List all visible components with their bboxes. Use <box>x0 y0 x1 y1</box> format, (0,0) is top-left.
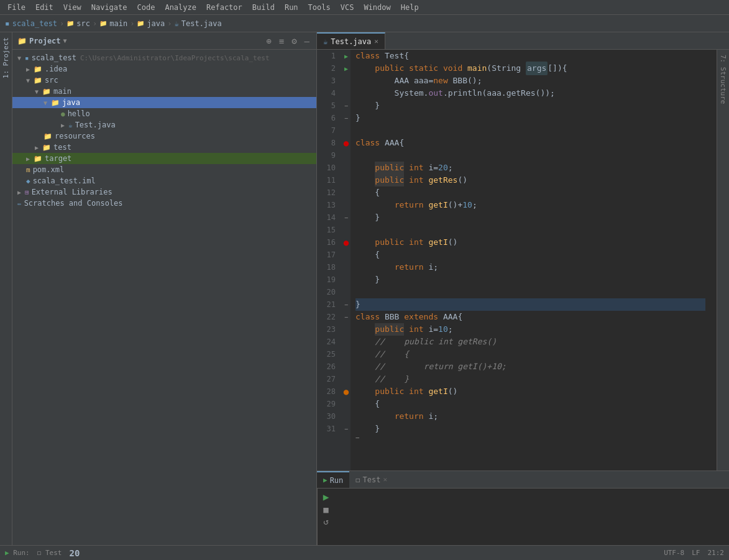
close-sidebar-btn[interactable]: — <box>303 35 311 47</box>
tree-item-test[interactable]: ▶ 📁 test <box>12 142 316 153</box>
tree-item-pom[interactable]: m pom.xml <box>12 164 316 175</box>
menu-run[interactable]: Run <box>280 2 303 13</box>
test-tab-close[interactable]: ✕ <box>383 475 387 484</box>
tree-item-ext-libs[interactable]: ▶ ⊞ External Libraries <box>12 186 316 198</box>
code-line-26: // return getI()+10; <box>355 360 705 373</box>
project-side-tab[interactable]: 1: Project <box>1 32 11 83</box>
test-tab-label: Test <box>363 475 381 484</box>
code-token: class <box>355 50 385 62</box>
tree-toggle-src[interactable]: ▼ <box>26 77 32 84</box>
code-token <box>355 261 395 273</box>
menu-file[interactable]: File <box>2 2 30 13</box>
tree-label-test-java: Test.java <box>75 121 116 129</box>
bottom-tab-run[interactable]: ▶ Run <box>317 471 349 488</box>
run-button[interactable]: ▶ <box>323 491 329 503</box>
gutter-fold-5[interactable]: − <box>342 99 351 112</box>
line-num-4: 4 <box>317 87 338 99</box>
tree-toggle-java[interactable]: ▼ <box>44 99 50 106</box>
menu-navigate[interactable]: Navigate <box>86 2 132 13</box>
code-line-9 <box>355 149 705 162</box>
breadcrumb-main[interactable]: main <box>109 19 127 28</box>
sidebar-dropdown-icon[interactable]: 📁 <box>17 37 27 45</box>
menu-refactor[interactable]: Refactor <box>201 2 247 13</box>
gutter-fold-31[interactable]: − <box>342 423 351 435</box>
code-token: 10 <box>462 199 472 211</box>
tree-toggle-test-java[interactable]: ▶ <box>61 122 67 129</box>
menu-analyze[interactable]: Analyze <box>160 2 201 13</box>
code-token: void <box>443 62 467 75</box>
gutter-run-1[interactable]: ▶ <box>342 50 351 62</box>
menu-build[interactable]: Build <box>247 2 280 13</box>
tree-item-src[interactable]: ▼ 📁 src <box>12 75 316 86</box>
menu-edit[interactable]: Edit <box>30 2 58 13</box>
settings-btn[interactable]: ⚙ <box>290 35 298 47</box>
menu-code[interactable]: Code <box>132 2 160 13</box>
rerun-button[interactable]: ↺ <box>323 516 328 526</box>
gutter-bp-28[interactable]: ● <box>342 385 351 398</box>
bottom-body: ▶ ■ ↺ <box>317 489 729 545</box>
code-token: []){ <box>548 62 567 75</box>
tree-item-target[interactable]: ▶ 📁 target <box>12 153 316 164</box>
breadcrumb-src[interactable]: src <box>76 19 90 28</box>
tree-toggle-scala-test[interactable]: ▼ <box>17 55 24 62</box>
bottom-tab-test[interactable]: ◻ Test ✕ <box>349 471 393 488</box>
iml-icon: ◆ <box>26 177 30 185</box>
expand-all-btn[interactable]: ≡ <box>277 35 286 47</box>
locate-file-btn[interactable]: ⊕ <box>264 35 273 47</box>
editor-tab-test-java[interactable]: ☕ Test.java ✕ <box>317 32 385 49</box>
code-token: new <box>433 75 452 87</box>
gutter-fold-22[interactable]: − <box>342 311 351 323</box>
tree-item-scratches[interactable]: ✏ Scratches and Consoles <box>12 198 316 209</box>
code-token: () <box>448 385 458 398</box>
breadcrumb-java[interactable]: java <box>147 19 165 28</box>
tree-toggle-idea[interactable]: ▶ <box>26 66 32 73</box>
code-line-3: AAA aaa=new BBB(); <box>355 75 705 87</box>
tree-item-resources[interactable]: 📁 resources <box>12 131 316 142</box>
code-line-15 <box>355 224 705 236</box>
tree-item-main[interactable]: ▼ 📁 main <box>12 86 316 97</box>
menu-help[interactable]: Help <box>396 2 424 13</box>
tree-toggle-target[interactable]: ▶ <box>26 155 32 162</box>
breadcrumb-file[interactable]: Test.java <box>181 19 222 28</box>
tree-item-idea[interactable]: ▶ 📁 .idea <box>12 63 316 75</box>
gutter-run-2[interactable]: ▶ <box>342 62 351 75</box>
breadcrumb-sep4: › <box>167 19 172 28</box>
sidebar-chevron-icon[interactable]: ▼ <box>63 37 67 44</box>
menu-view[interactable]: View <box>58 2 86 13</box>
menu-window[interactable]: Window <box>359 2 395 13</box>
tree-item-hello[interactable]: ● hello <box>12 108 316 119</box>
stop-button[interactable]: ■ <box>323 505 328 515</box>
run-icon[interactable]: ▶ <box>5 549 9 557</box>
gutter-bp-16[interactable]: ● <box>342 236 351 249</box>
tree-item-scala-test[interactable]: ▼ ▪ scala_test C:\Users\Administrator\Id… <box>12 52 316 63</box>
gutter-fold-21[interactable]: − <box>342 298 351 311</box>
test-tab-icon: ◻ <box>355 475 360 484</box>
line-num-13: 13 <box>317 199 338 211</box>
breadcrumb-file-icon: ☕ <box>175 19 179 28</box>
code-editor: 1 2 3 4 5 6 7 8 9 10 11 12 13 14 15 16 1… <box>317 50 729 470</box>
menu-tools[interactable]: Tools <box>303 2 336 13</box>
gutter-fold-14[interactable]: − <box>342 211 351 224</box>
tree-item-java[interactable]: ▼ 📁 java <box>12 97 316 108</box>
gutter-fold-6[interactable]: − <box>342 112 351 124</box>
line-num-23: 23 <box>317 323 338 336</box>
menu-vcs[interactable]: VCS <box>336 2 359 13</box>
tree-item-iml[interactable]: ◆ scala_test.iml <box>12 175 316 186</box>
editor-area: ☕ Test.java ✕ 1 2 3 4 5 6 7 8 9 10 11 12… <box>317 32 729 545</box>
tab-close-test-java[interactable]: ✕ <box>374 37 378 45</box>
gutter-bp-8[interactable]: ● <box>342 137 351 149</box>
tree-toggle-test[interactable]: ▶ <box>35 144 41 151</box>
breadcrumb-project[interactable]: scala_test <box>12 19 57 28</box>
tree-toggle-ext-libs[interactable]: ▶ <box>17 189 24 196</box>
code-token: () <box>457 174 467 186</box>
code-token: out <box>428 87 442 99</box>
line-num-30: 30 <box>317 410 338 423</box>
tree-item-test-java[interactable]: ▶ ☕ Test.java <box>12 119 316 131</box>
sidebar-actions: ⊕ ≡ ⚙ — <box>264 35 311 47</box>
structure-tab[interactable]: 7: Structure <box>718 50 728 109</box>
line-num-28: 28 <box>317 385 338 398</box>
code-content[interactable]: class Test{ public static void main(Stri… <box>351 50 710 470</box>
tree-toggle-main[interactable]: ▼ <box>35 88 41 95</box>
sidebar-dropdown-label[interactable]: Project <box>29 37 61 45</box>
line-num-11: 11 <box>317 174 338 186</box>
